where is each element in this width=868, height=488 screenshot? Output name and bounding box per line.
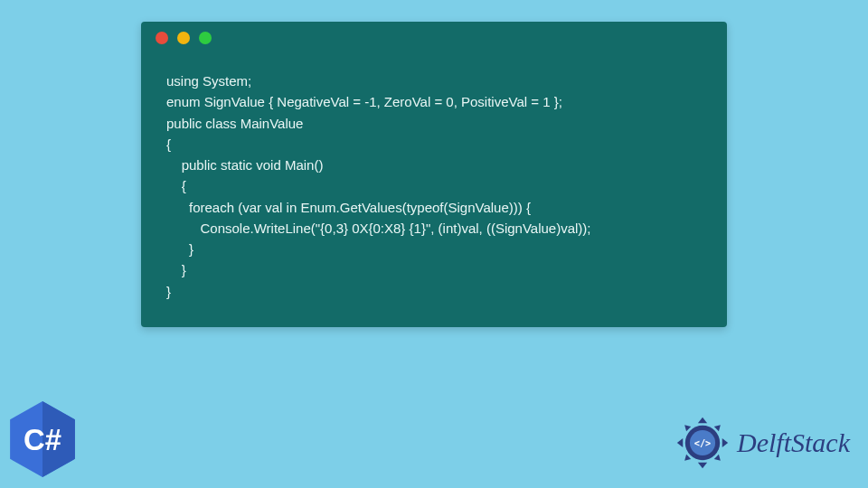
brand-logo: </> DelftStack bbox=[674, 414, 850, 472]
minimize-icon bbox=[177, 32, 190, 44]
brand-gear-icon: </> bbox=[674, 414, 731, 472]
code-line: } bbox=[166, 281, 702, 302]
svg-marker-6 bbox=[722, 438, 728, 447]
svg-marker-10 bbox=[714, 455, 721, 461]
close-icon bbox=[156, 32, 168, 44]
code-line: public class MainValue bbox=[166, 113, 702, 134]
maximize-icon bbox=[199, 32, 212, 44]
code-line: using System; bbox=[166, 70, 702, 91]
code-window: using System; enum SignValue { NegativeV… bbox=[141, 22, 727, 327]
svg-marker-9 bbox=[684, 455, 691, 461]
code-body: using System; enum SignValue { NegativeV… bbox=[141, 54, 727, 327]
window-titlebar bbox=[141, 22, 727, 54]
code-line: { bbox=[166, 134, 702, 155]
code-line: enum SignValue { NegativeVal = -1, ZeroV… bbox=[166, 91, 702, 112]
code-line: } bbox=[166, 259, 702, 280]
svg-marker-3 bbox=[698, 418, 707, 423]
code-line: Console.WriteLine("{0,3} 0X{0:X8} {1}", … bbox=[166, 218, 702, 239]
svg-marker-5 bbox=[677, 438, 683, 447]
code-line: public static void Main() bbox=[166, 155, 702, 175]
svg-text:C#: C# bbox=[24, 423, 61, 456]
svg-text:</>: </> bbox=[694, 437, 712, 448]
svg-marker-7 bbox=[684, 425, 691, 431]
csharp-badge-icon: C# bbox=[7, 399, 78, 479]
code-line: foreach (var val in Enum.GetValues(typeo… bbox=[166, 197, 702, 218]
svg-marker-8 bbox=[714, 425, 721, 431]
brand-name: DelftStack bbox=[737, 427, 850, 458]
code-line: } bbox=[166, 239, 702, 259]
svg-marker-4 bbox=[698, 463, 707, 468]
code-line: { bbox=[166, 175, 702, 196]
